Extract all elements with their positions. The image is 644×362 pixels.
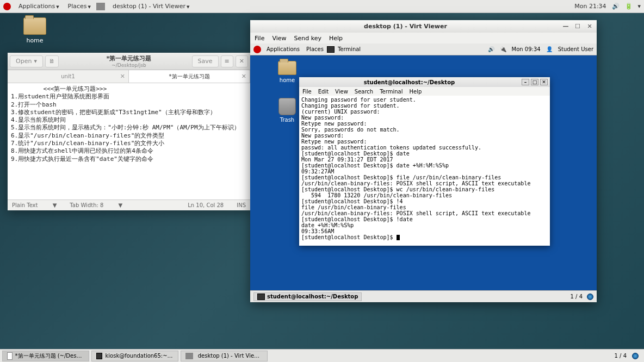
- menu-file[interactable]: File: [255, 35, 264, 42]
- close-window-button[interactable]: ✕: [236, 55, 248, 67]
- close-icon[interactable]: ✕: [242, 73, 246, 80]
- minimize-button[interactable]: –: [522, 79, 529, 85]
- volume-icon[interactable]: 🔊: [488, 46, 494, 52]
- insert-mode[interactable]: INS: [237, 202, 246, 208]
- battery-icon[interactable]: 🔋: [625, 3, 633, 10]
- guest-clock[interactable]: Mon 09:34: [512, 46, 541, 52]
- places-menu[interactable]: Places▼: [65, 2, 94, 11]
- user-menu-arrow[interactable]: ▼: [638, 4, 641, 9]
- guest-term-body[interactable]: Changing password for user student. Chan…: [299, 96, 550, 246]
- tab-exercise[interactable]: *第一单元练习题 ✕: [129, 70, 250, 83]
- document-icon: [7, 352, 13, 360]
- distro-icon: [253, 46, 261, 53]
- menu-view[interactable]: View: [272, 35, 286, 42]
- hamburger-button[interactable]: ≡: [221, 55, 233, 67]
- volume-icon[interactable]: 🔊: [612, 3, 620, 10]
- workspace-switcher-icon[interactable]: [632, 353, 639, 359]
- virt-viewer-window: desktop (1) - Virt Viewer — ☐ ✕ File Vie…: [250, 20, 597, 302]
- desktop-home-folder[interactable]: home: [18, 17, 51, 44]
- battery-icon[interactable]: 🔌: [500, 46, 506, 52]
- tab-unit1[interactable]: unit1 ✕: [8, 70, 129, 83]
- guest-taskbar-item[interactable]: student@localhost:~/Desktop: [253, 292, 362, 301]
- guest-trash[interactable]: Trash: [272, 98, 302, 123]
- gedit-tabbar: unit1 ✕ *第一单元练习题 ✕: [8, 70, 250, 83]
- menu-help[interactable]: Help: [409, 89, 422, 95]
- workspace-indicator[interactable]: 1 / 4: [571, 294, 583, 299]
- close-button[interactable]: ✕: [540, 79, 548, 85]
- guest-home-folder[interactable]: home: [272, 61, 302, 83]
- trash-icon: [278, 98, 296, 115]
- tab-width-selector[interactable]: Tab Width: 8 ▼: [70, 202, 122, 208]
- guest-terminal-window: student@localhost:~/Desktop – □ ✕ File E…: [299, 77, 550, 246]
- minimize-button[interactable]: —: [562, 23, 569, 30]
- terminal-icon: [96, 353, 102, 359]
- folder-icon: [278, 61, 296, 75]
- folder-icon: [23, 17, 46, 35]
- gedit-window: Open▼ 🗎 *第一单元练习题 ~/Desktop/jsb Save ≡ ✕ …: [8, 53, 250, 210]
- distro-icon: [3, 3, 11, 10]
- maximize-button[interactable]: ☐: [574, 23, 581, 30]
- save-button[interactable]: Save: [192, 55, 219, 67]
- gedit-statusbar: Plain Text ▼ Tab Width: 8 ▼ Ln 10, Col 2…: [8, 199, 250, 210]
- guest-places-menu[interactable]: Places: [303, 45, 327, 53]
- app-icon: [185, 353, 193, 359]
- close-button[interactable]: ✕: [586, 23, 593, 30]
- menu-terminal[interactable]: Terminal: [380, 89, 403, 95]
- gedit-header: Open▼ 🗎 *第一单元练习题 ~/Desktop/jsb Save ≡ ✕: [8, 53, 250, 70]
- host-top-panel: Applications▼ Places▼ desktop (1) - Virt…: [0, 0, 644, 13]
- virt-titlebar[interactable]: desktop (1) - Virt Viewer — ☐ ✕: [250, 20, 597, 33]
- running-app-icon: [96, 3, 105, 10]
- menu-view[interactable]: View: [335, 89, 348, 95]
- applications-menu[interactable]: Applications▼: [15, 2, 63, 11]
- menu-edit[interactable]: Edit: [318, 89, 329, 95]
- guest-desktop-root: Applications Places Terminal 🔊 🔌 Mon 09:…: [250, 43, 597, 302]
- clock[interactable]: Mon 21:34: [574, 3, 606, 10]
- guest-term-menubar: File Edit View Search Terminal Help: [299, 87, 550, 96]
- terminal-icon: [327, 46, 335, 53]
- cursor-position: Ln 10, Col 28: [188, 202, 224, 208]
- guest-terminal-menu[interactable]: Terminal: [335, 45, 364, 53]
- menu-help[interactable]: Help: [329, 35, 343, 42]
- menu-search[interactable]: Search: [355, 89, 373, 95]
- taskbar-item-gedit[interactable]: *第一单元练习题 (~/Desktop/jsb) ...: [2, 351, 89, 361]
- guest-term-titlebar[interactable]: student@localhost:~/Desktop – □ ✕: [299, 77, 550, 87]
- close-icon[interactable]: ✕: [120, 73, 125, 80]
- virt-display[interactable]: Applications Places Terminal 🔊 🔌 Mon 09:…: [250, 43, 597, 302]
- workspace-switcher-icon[interactable]: [587, 294, 593, 300]
- user-icon: 👤: [546, 46, 553, 52]
- running-app-menu[interactable]: desktop (1) - Virt Viewer▼: [109, 2, 193, 11]
- host-bottom-panel: *第一单元练习题 (~/Desktop/jsb) ... kiosk@found…: [0, 349, 644, 362]
- desktop-icon-label: home: [18, 37, 51, 44]
- guest-user-menu[interactable]: Student User: [558, 46, 593, 52]
- guest-applications-menu[interactable]: Applications: [263, 45, 303, 53]
- workspace-indicator[interactable]: 1 / 4: [615, 353, 627, 359]
- terminal-icon: [257, 294, 265, 300]
- maximize-button[interactable]: □: [531, 79, 538, 85]
- guest-desktop[interactable]: home Trash student@localhost:~/Desktop –…: [250, 55, 597, 290]
- guest-top-panel: Applications Places Terminal 🔊 🔌 Mon 09:…: [250, 43, 597, 55]
- menu-send-key[interactable]: Send key: [294, 35, 321, 42]
- taskbar-item-virtviewer[interactable]: desktop (1) - Virt Viewer: [181, 351, 268, 361]
- open-button[interactable]: Open▼: [10, 55, 43, 67]
- new-tab-button[interactable]: 🗎: [45, 55, 59, 67]
- taskbar-item-kiosk-term[interactable]: kiosk@foundation65:~/Desktop: [91, 351, 178, 361]
- guest-bottom-panel: student@localhost:~/Desktop 1 / 4: [250, 290, 597, 302]
- virt-menubar: File View Send key Help: [250, 33, 597, 43]
- gedit-text-area[interactable]: <<<第一单元练习题>>> 1.用student用户登陆系统图形界面 2.打开一…: [8, 83, 250, 199]
- menu-file[interactable]: File: [302, 89, 312, 95]
- lang-selector[interactable]: Plain Text ▼: [12, 202, 57, 208]
